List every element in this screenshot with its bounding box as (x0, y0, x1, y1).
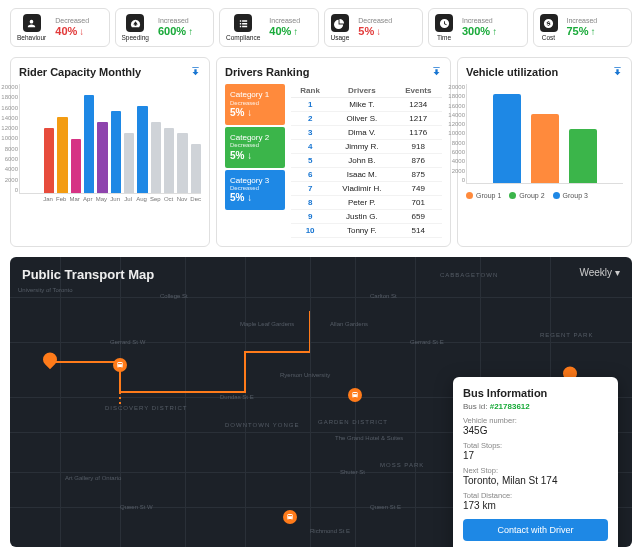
map-title: Public Transport Map (22, 267, 154, 282)
kpi-value: 75% ↑ (567, 25, 598, 38)
table-row[interactable]: 3Dima V.1176 (291, 126, 442, 140)
bar (177, 133, 187, 193)
area-label: DOWNTOWN YONGE (225, 422, 299, 428)
bar (44, 128, 54, 193)
kpi-card[interactable]: Behaviour Decreased 40% ↓ (10, 8, 110, 47)
bar (531, 114, 559, 183)
kpi-value: 300% ↑ (462, 25, 497, 38)
category-list: Category 1Decreased5% ↓ Category 2Decrea… (225, 84, 285, 238)
poi-label: The Grand Hotel & Suites (335, 435, 403, 441)
field-label: Total Stops: (463, 441, 608, 450)
x-label: Oct (164, 196, 174, 202)
area-label: MOSS PARK (380, 462, 424, 468)
kpi-value: 600% ↑ (158, 25, 193, 38)
table-row[interactable]: 2Oliver S.1217 (291, 112, 442, 126)
panel-title: Rider Capacity Monthly (19, 66, 201, 78)
kpi-card[interactable]: Cost Increased 75% ↑ (533, 8, 633, 47)
street-label: Queen St W (120, 504, 153, 510)
kpi-row: Behaviour Decreased 40% ↓Speeding Increa… (10, 8, 632, 47)
x-label: Apr (83, 196, 93, 202)
kpi-name: Behaviour (17, 34, 46, 41)
panel-title: Drivers Ranking (225, 66, 309, 78)
category-card[interactable]: Category 3Decreased5% ↓ (225, 170, 285, 211)
kpi-card[interactable]: Usage Decreased 5% ↓ (324, 8, 424, 47)
table-row[interactable]: 6Isaac M.875 (291, 168, 442, 182)
dollar-icon (540, 14, 558, 32)
legend-item: Group 3 (553, 192, 588, 199)
kpi-value: 5% ↓ (358, 25, 392, 38)
kpi-trend: Increased (567, 17, 598, 25)
kpi-card[interactable]: Time Increased 300% ↑ (428, 8, 528, 47)
pie-icon (331, 14, 349, 32)
table-row[interactable]: 4Jimmy R.918 (291, 140, 442, 154)
street-label: Maple Leaf Gardens (240, 321, 294, 327)
table-header: Drivers (329, 84, 394, 98)
card-title: Bus Information (463, 387, 608, 399)
clock-icon (435, 14, 453, 32)
table-header: Rank (291, 84, 329, 98)
list-icon (234, 14, 252, 32)
kpi-name: Cost (542, 34, 555, 41)
kpi-trend: Increased (269, 17, 300, 25)
period-selector[interactable]: Weekly ▾ (579, 267, 620, 278)
table-row[interactable]: 5John B.876 (291, 154, 442, 168)
rider-capacity-chart: 2000018000160001400012000100008000600040… (19, 84, 201, 202)
category-card[interactable]: Category 2Decreased5% ↓ (225, 127, 285, 168)
table-row[interactable]: 8Peter P.701 (291, 196, 442, 210)
chevron-down-icon: ▾ (615, 267, 620, 278)
street-label: Shuter St (340, 469, 365, 475)
drivers-ranking-panel: Drivers Ranking Category 1Decreased5% ↓ … (216, 57, 451, 247)
street-label: College St (160, 293, 188, 299)
x-label: Nov (177, 196, 188, 202)
kpi-card[interactable]: Compliance Increased 40% ↑ (219, 8, 319, 47)
table-row[interactable]: 10Tonny F.514 (291, 224, 442, 238)
area-label: GARDEN DISTRICT (318, 419, 388, 425)
table-row[interactable]: 1Mike T.1234 (291, 98, 442, 112)
field-value: 17 (463, 450, 608, 461)
kpi-value: 40% ↑ (269, 25, 300, 38)
kpi-name: Speeding (122, 34, 149, 41)
field-value: 173 km (463, 500, 608, 511)
table-header: Events (395, 84, 442, 98)
area-label: DISCOVERY DISTRICT (105, 405, 187, 411)
x-label: Jan (43, 196, 53, 202)
kpi-trend: Increased (158, 17, 193, 25)
kpi-card[interactable]: Speeding Increased 600% ↑ (115, 8, 215, 47)
contact-driver-button[interactable]: Contact with Driver (463, 519, 608, 541)
bus-marker-icon[interactable] (113, 358, 127, 372)
area-label: REGENT PARK (540, 332, 593, 338)
x-label: Aug (136, 196, 147, 202)
kpi-trend: Increased (462, 17, 497, 25)
field-label: Vehicle number: (463, 416, 608, 425)
kpi-name: Time (437, 34, 451, 41)
x-label: Jun (110, 196, 120, 202)
table-row[interactable]: 7Vladimir H.749 (291, 182, 442, 196)
download-icon[interactable] (431, 66, 442, 79)
area-label: CABBAGETOWN (440, 272, 498, 278)
street-label: Dundas St E (220, 394, 254, 400)
bar (164, 128, 174, 193)
street-label: Queen St E (370, 504, 401, 510)
category-card[interactable]: Category 1Decreased5% ↓ (225, 84, 285, 125)
bar (124, 133, 134, 193)
street-label: Carlton St (370, 293, 397, 299)
legend-item: Group 2 (509, 192, 544, 199)
kpi-name: Compliance (226, 34, 260, 41)
drivers-table: RankDriversEvents1Mike T.12342Oliver S.1… (291, 84, 442, 238)
kpi-trend: Decreased (358, 17, 392, 25)
download-icon[interactable] (612, 66, 623, 79)
bus-marker-icon[interactable] (348, 388, 362, 402)
kpi-value: 40% ↓ (55, 25, 89, 38)
transport-map[interactable]: Public Transport Map Weekly ▾ College St… (10, 257, 632, 547)
vehicle-utilization-chart: 2000018000160001400012000100008000600040… (466, 84, 623, 184)
bus-marker-icon[interactable] (283, 510, 297, 524)
download-icon[interactable] (190, 66, 201, 79)
table-row[interactable]: 9Justin G.659 (291, 210, 442, 224)
kpi-trend: Decreased (55, 17, 89, 25)
vehicle-utilization-panel: Vehicle utilization 20000180001600014000… (457, 57, 632, 247)
x-label: Jul (123, 196, 133, 202)
bar (71, 139, 81, 194)
bar (151, 122, 161, 193)
street-label: Gerrard St E (410, 339, 444, 345)
vehicle-legend: Group 1Group 2Group 3 (466, 192, 623, 199)
